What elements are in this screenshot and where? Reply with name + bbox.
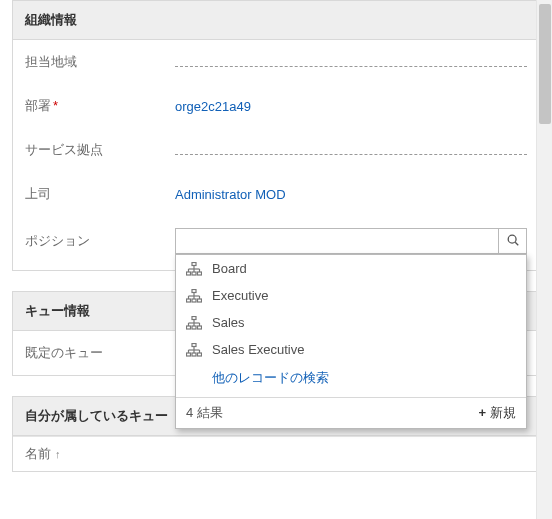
org-info-section: 組織情報 担当地域 部署* orge2c21a49 サービス拠点 上司 Admi…: [12, 0, 540, 271]
row-position: ポジション: [13, 216, 539, 270]
required-mark: *: [53, 98, 58, 113]
value-manager[interactable]: Administrator MOD: [175, 187, 527, 202]
svg-rect-29: [192, 343, 196, 346]
label-default-queue: 既定のキュー: [25, 344, 175, 362]
position-lookup-dropdown: Board Executive: [175, 254, 527, 429]
scrollbar-thumb[interactable]: [539, 4, 551, 124]
row-manager: 上司 Administrator MOD: [13, 172, 539, 216]
svg-point-0: [508, 235, 516, 243]
dropdown-result-count: 4 結果: [186, 404, 223, 422]
svg-line-1: [515, 242, 518, 245]
svg-rect-23: [198, 326, 202, 329]
position-lookup-search-button[interactable]: [499, 228, 527, 254]
label-site: サービス拠点: [25, 141, 175, 159]
dropdown-item-label: Executive: [212, 288, 268, 303]
svg-rect-2: [192, 262, 196, 265]
row-site: サービス拠点: [13, 128, 539, 172]
plus-icon: +: [478, 405, 486, 420]
svg-rect-21: [187, 326, 191, 329]
dropdown-item[interactable]: Executive: [176, 282, 526, 309]
column-header-name[interactable]: 名前↑: [13, 436, 539, 471]
org-chart-icon: [186, 316, 202, 330]
label-position: ポジション: [25, 232, 175, 250]
svg-rect-5: [198, 272, 202, 275]
svg-rect-32: [198, 353, 202, 356]
org-chart-icon: [186, 262, 202, 276]
label-dept: 部署*: [25, 97, 175, 115]
position-lookup-input[interactable]: [175, 228, 499, 254]
value-dept[interactable]: orge2c21a49: [175, 99, 527, 114]
dropdown-new-button[interactable]: +新規: [478, 404, 516, 422]
svg-rect-22: [192, 326, 196, 329]
dropdown-item[interactable]: Sales Executive: [176, 336, 526, 363]
label-region: 担当地域: [25, 53, 175, 71]
row-region: 担当地域: [13, 40, 539, 84]
svg-rect-30: [187, 353, 191, 356]
sort-asc-icon: ↑: [55, 448, 61, 460]
search-icon: [506, 233, 520, 250]
svg-rect-3: [187, 272, 191, 275]
search-more-records-link[interactable]: 他のレコードの検索: [212, 370, 329, 385]
svg-rect-20: [192, 316, 196, 319]
svg-rect-11: [192, 289, 196, 292]
org-chart-icon: [186, 343, 202, 357]
vertical-scrollbar[interactable]: [536, 0, 552, 519]
org-chart-icon: [186, 289, 202, 303]
empty-value-site[interactable]: [175, 154, 527, 155]
dropdown-item-label: Sales: [212, 315, 245, 330]
dropdown-item[interactable]: Board: [176, 255, 526, 282]
dropdown-item[interactable]: Sales: [176, 309, 526, 336]
label-manager: 上司: [25, 185, 175, 203]
svg-rect-4: [192, 272, 196, 275]
svg-rect-31: [192, 353, 196, 356]
dropdown-item-label: Board: [212, 261, 247, 276]
svg-rect-13: [192, 299, 196, 302]
empty-value-region[interactable]: [175, 66, 527, 67]
svg-rect-14: [198, 299, 202, 302]
svg-rect-12: [187, 299, 191, 302]
row-dept: 部署* orge2c21a49: [13, 84, 539, 128]
org-info-header: 組織情報: [13, 1, 539, 40]
dropdown-item-label: Sales Executive: [212, 342, 305, 357]
